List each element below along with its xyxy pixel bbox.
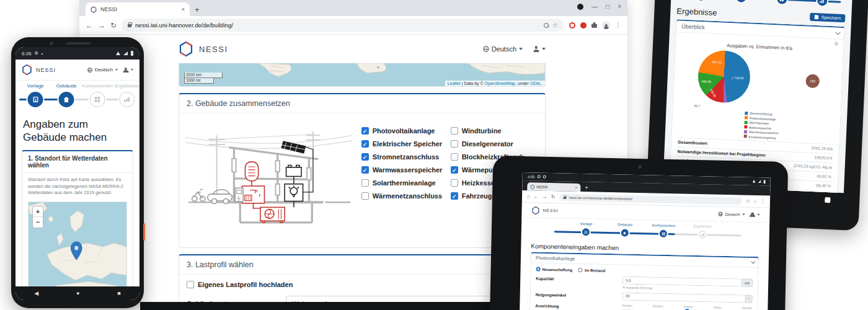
step-vorlage[interactable]: Vorlage <box>580 222 592 226</box>
language-menu[interactable]: Deutsch <box>483 45 523 53</box>
browser-menu-icon[interactable]: ⋮ <box>760 198 765 204</box>
window-maximize-button[interactable]: □ <box>606 3 609 10</box>
checkbox-icon[interactable] <box>361 127 369 135</box>
window-minimize-button[interactable]: — <box>591 3 598 10</box>
chevron-down-icon[interactable] <box>751 259 755 264</box>
address-bar[interactable]: nessi.iwi.uni-hannover.de/de/building/ ☆ <box>122 19 564 32</box>
checkbox-icon[interactable] <box>451 140 458 148</box>
radio-icon[interactable] <box>536 267 541 272</box>
browser-menu-icon[interactable]: ⋮ <box>615 22 621 29</box>
zoom-page-icon[interactable] <box>544 23 549 28</box>
window-close-button[interactable]: × <box>618 3 621 10</box>
checkbox-icon[interactable] <box>451 179 458 187</box>
osm-link[interactable]: OpenStreetMap <box>485 81 515 86</box>
step-gebaeude[interactable]: Gebäude <box>56 83 77 89</box>
extension-icon-2[interactable] <box>580 22 587 29</box>
checkbox-icon[interactable] <box>451 153 458 161</box>
reload-icon[interactable]: ↻ <box>551 194 556 200</box>
back-icon[interactable]: ← <box>86 21 93 30</box>
extension-icon-1[interactable] <box>569 22 575 29</box>
nessi-brand[interactable]: NESSI <box>22 64 87 76</box>
weather-map[interactable]: 2000 km 1000 mi Leaflet | Data by © Open… <box>179 63 546 87</box>
checkbox-icon[interactable] <box>361 153 369 161</box>
reload-icon[interactable]: ↻ <box>110 21 117 30</box>
nessi-brand[interactable]: NESSI <box>531 206 558 215</box>
android-back-button[interactable]: ◀ <box>34 290 38 296</box>
step-circle-gebaeude[interactable] <box>621 229 629 236</box>
new-tab-button[interactable]: + <box>585 185 588 190</box>
smartphone: 6:26 ⚙ • NESSI Deutsch <box>11 37 144 308</box>
browser-tab[interactable]: NESSI × <box>527 182 580 192</box>
step-circle-ergebnisse[interactable] <box>817 0 828 6</box>
language-menu[interactable]: Deutsch <box>719 212 745 217</box>
radio-im-bestand[interactable]: Im Bestand <box>578 268 605 273</box>
checkbox-solarthermieanlage[interactable]: Solarthermieanlage <box>361 179 451 187</box>
checkbox-photovoltaik[interactable]: Photovoltaikanlage <box>361 127 451 135</box>
tab-close-icon[interactable]: × <box>575 185 577 190</box>
zoom-in-button[interactable]: + <box>33 206 43 217</box>
download-icon[interactable]: ↓ <box>754 198 756 204</box>
extensions-puzzle-icon[interactable] <box>591 22 597 28</box>
step-komponenten[interactable]: Komponenten <box>652 223 675 228</box>
step-circle-vorlage[interactable] <box>696 0 706 1</box>
step-circle-gebaeude[interactable] <box>59 92 74 107</box>
step-circle-vorlage[interactable] <box>582 228 590 236</box>
checkbox-windturbine[interactable]: Windturbine <box>451 127 539 135</box>
user-menu[interactable] <box>123 68 133 73</box>
step-gebaeude[interactable]: Gebäude <box>618 223 633 227</box>
user-menu[interactable] <box>750 213 760 217</box>
checkbox-elektrischer-speicher[interactable]: Elektrischer Speicher <box>361 140 451 148</box>
income-bubble[interactable]: 195 <box>805 74 820 88</box>
checkbox-icon[interactable] <box>451 127 458 135</box>
tab-close-icon[interactable]: × <box>182 7 185 12</box>
checkbox-icon[interactable] <box>451 166 458 174</box>
nessi-logo <box>179 41 193 57</box>
forward-icon[interactable]: → <box>98 21 105 30</box>
checkbox-warmwasserspeicher[interactable]: Warmwasserspeicher <box>361 166 451 174</box>
user-menu[interactable] <box>533 46 546 52</box>
step-circle-komponenten[interactable] <box>660 230 667 237</box>
leaflet-link[interactable]: Leaflet <box>448 81 461 86</box>
checkbox-icon[interactable] <box>361 140 369 148</box>
browser-avatar[interactable] <box>602 21 610 29</box>
chevron-down-icon[interactable] <box>835 30 840 35</box>
bookmark-star-icon[interactable]: ☆ <box>552 22 558 29</box>
checkbox-icon[interactable] <box>361 166 369 174</box>
checkbox-icon[interactable] <box>451 192 458 200</box>
odbl-link[interactable]: ODbL <box>530 81 541 86</box>
location-map[interactable]: + − <box>28 202 127 294</box>
tilt-input[interactable] <box>622 292 745 303</box>
android-recents-button[interactable]: ■ <box>117 290 120 296</box>
lock-icon <box>563 197 566 199</box>
new-tab-button[interactable]: + <box>195 6 200 14</box>
step-vorlage[interactable]: Vorlage <box>27 83 43 89</box>
pie-chart-area: 1 743.30 841.21 569.39 430.65 83.7 195 <box>678 48 838 115</box>
step-circle-komponenten[interactable] <box>777 0 787 4</box>
step-circle-vorlage[interactable] <box>28 92 43 107</box>
browser-tab[interactable]: NESSI × <box>86 2 190 16</box>
zoom-out-button[interactable]: − <box>33 217 43 228</box>
checkbox-icon[interactable] <box>361 192 369 200</box>
radio-icon[interactable] <box>578 268 583 272</box>
bookmark-star-icon[interactable]: ☆ <box>746 198 750 204</box>
checkbox-icon[interactable] <box>187 281 194 288</box>
phone-power-button[interactable] <box>143 223 145 241</box>
capacity-field: Kapazität kW ≙ Kapazität 40.00 qm <box>536 275 753 292</box>
tablet-home-button[interactable] <box>825 197 830 203</box>
checkbox-icon[interactable] <box>361 179 369 187</box>
step-circle-gebaeude[interactable] <box>737 0 747 2</box>
checkbox-eigenes-lastprofil[interactable]: Eigenes Lastprofil hochladen <box>187 281 538 288</box>
browser-profile-dot[interactable] <box>577 4 583 10</box>
forward-icon[interactable]: → <box>542 194 547 200</box>
address-bar[interactable]: nessi.iwi.uni-hannover.de/de/components/ <box>559 193 742 205</box>
language-menu[interactable]: Deutsch <box>87 67 118 73</box>
checkbox-stromnetzanschluss[interactable]: Stromnetzanschluss <box>361 153 451 161</box>
radio-neuanschaffung[interactable]: Neuanschaffung <box>536 267 573 272</box>
android-home-button[interactable]: ● <box>76 290 79 296</box>
back-icon[interactable]: ← <box>534 193 539 199</box>
home-icon[interactable]: ⌂ <box>527 193 530 199</box>
checkbox-waermenetzanschluss[interactable]: Wärmenetzanschluss <box>361 192 451 200</box>
checkbox-dieselgenerator[interactable]: Dieselgenerator <box>451 140 539 148</box>
nessi-brand[interactable]: NESSI <box>179 41 228 57</box>
save-button[interactable]: Speichern <box>810 13 845 22</box>
